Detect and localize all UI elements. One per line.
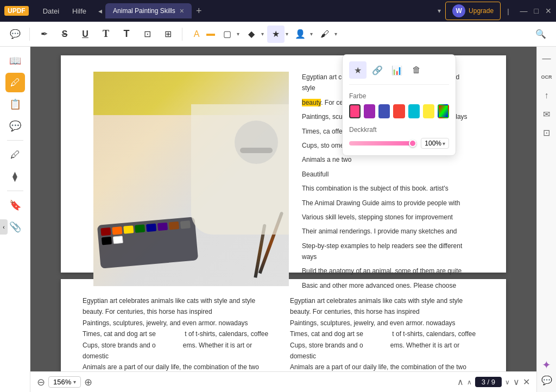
brush-btn[interactable]: 🖌 [316,26,333,43]
textbox-btn[interactable]: ⊡ [138,26,156,43]
zoom-display: 156% ▾ [48,376,81,388]
titlebar-right: ▾ W Upgrade | — □ ✕ [438,2,552,20]
shape-fill-dropdown[interactable]: ▾ [261,31,264,37]
highlight-btn[interactable]: A [188,26,205,43]
minimize-btn[interactable]: — [520,7,528,15]
close-btn[interactable]: ✕ [545,7,552,15]
zoom-dropdown-arrow[interactable]: ▾ [73,379,76,385]
sidebar-reader-icon[interactable]: 📖 [5,51,25,71]
search-btn[interactable]: 🔍 [532,26,549,43]
app-logo: UPDF [4,6,29,16]
sidebar-attachment-icon[interactable]: 📎 [5,217,25,237]
star-btn[interactable]: ★ [267,26,285,43]
deckkraft-label: Deckkraft [349,126,449,134]
nav-next-btn[interactable]: ∨ [505,378,510,386]
shape-btn[interactable]: ▢ [218,26,236,43]
bottom-toolbar: ⊖ 156% ▾ ⊕ ∧ ∧ 3 / 9 ∨ ∨ ✕ [30,371,536,392]
text-line-8: This combination is the subject of this … [302,183,473,194]
comment-btn[interactable]: 💬 [7,26,24,43]
color-yellow[interactable] [423,104,434,118]
color-swatches [349,104,449,118]
sidebar-edit-icon[interactable]: 📋 [5,94,25,114]
sidebar-sep1 [7,140,23,141]
star-group: ★ ▾ [267,26,288,43]
opacity-dropdown-arrow[interactable]: ▾ [443,141,445,147]
shape-fill-btn[interactable]: ◆ [243,26,260,43]
nav-close-btn[interactable]: ✕ [523,377,530,387]
text-alt-btn[interactable]: T [118,26,135,43]
farbe-label: Farbe [349,92,449,100]
brush-dropdown[interactable]: ▾ [334,31,337,37]
sidebar-sep2 [7,191,23,191]
sidebar-layers-icon[interactable]: ⧫ [5,167,25,186]
titlebar: UPDF Datei Hilfe ◂ Animal Painting Skill… [0,0,556,22]
color-purple[interactable] [364,104,375,118]
popup-chart-btn[interactable]: 📊 [388,61,406,79]
nav-prev-btn[interactable]: ∧ [467,378,472,386]
right-ai-icon[interactable]: ✦ [539,357,554,372]
sidebar-left: 📖 🖊 📋 💬 🖊 ⧫ 🔖 📎 ‹ [0,47,30,392]
sidebar-collapse-btn[interactable]: ‹ [0,219,8,235]
color-pink[interactable] [349,104,361,118]
popup-icon-row: ★ 🔗 📊 🗑 [349,61,449,85]
color-red[interactable] [393,104,405,118]
text-line-12: Step-by-step examples to help readers se… [302,241,473,263]
tab-add-btn[interactable]: + [196,5,202,17]
underline-btn[interactable]: U [77,26,94,43]
sidebar-right: — OCR ↑ ✉ ⊡ ✦ 💬 [536,47,556,392]
titlebar-divider: | [507,7,509,15]
person-btn[interactable]: 👤 [292,26,309,43]
page-display: 3 / 9 [475,377,502,387]
strikethrough-btn[interactable]: S [56,26,73,43]
sidebar-highlight-icon[interactable]: 🖊 [5,73,25,92]
sidebar-stamp-icon[interactable]: 🖊 [5,145,25,165]
pen-btn[interactable]: ✒ [35,26,53,43]
main-toolbar: 💬 ✒ S U T T ⊡ ⊞ A ▢ ▾ ◆ ▾ ★ ▾ 👤 ▾ 🖌 ▾ 🔍 [0,22,556,47]
nav-last-btn[interactable]: ∨ [513,377,520,387]
zoom-in-btn[interactable]: ⊕ [84,376,92,388]
tab-left-arrow[interactable]: ◂ [98,7,102,15]
text-line-10: Various skill levels, stepping stones fo… [302,212,473,223]
right-ocr-icon[interactable]: OCR [539,69,554,85]
shape-dropdown[interactable]: ▾ [237,31,239,37]
menu-datei[interactable]: Datei [37,5,65,17]
brush-group: 🖌 ▾ [316,26,337,43]
right-export-icon[interactable]: ↑ [539,88,554,103]
nav-controls: ∧ ∧ 3 / 9 ∨ ∨ ✕ [457,377,530,387]
upgrade-button[interactable]: W Upgrade [445,2,501,20]
tab-close-btn[interactable]: × [180,7,184,15]
text-line-6: Animals a ne two [302,154,473,165]
pdf-viewer[interactable]: Egyptian art celebrates animals like cat… [30,47,536,392]
right-scan-icon[interactable]: ⊡ [539,125,554,140]
opacity-value-display: 100% ▾ [421,138,449,149]
right-scroll-up-icon[interactable]: — [539,51,554,66]
color-cyan[interactable] [408,104,420,118]
color-blue[interactable] [378,104,390,118]
popup-link-btn[interactable]: 🔗 [369,61,386,79]
right-bottom-icons: ✦ 💬 [539,357,554,388]
opacity-slider[interactable] [349,141,416,146]
star-dropdown[interactable]: ▾ [286,31,288,37]
sidebar-bookmark-icon[interactable]: 🔖 [5,195,25,215]
text-btn[interactable]: T [97,26,115,43]
text-line-13: Build the anatomy of an animal. some of … [302,265,473,276]
zoom-level: 156% [53,378,71,386]
maximize-btn[interactable]: □ [534,7,539,15]
sidebar-comment-icon[interactable]: 💬 [5,116,25,136]
menu-hilfe[interactable]: Hilfe [67,5,92,17]
right-mail-icon[interactable]: ✉ [539,106,554,122]
person-dropdown[interactable]: ▾ [310,31,313,37]
popup-star-btn[interactable]: ★ [349,61,367,79]
zoom-out-btn[interactable]: ⊖ [37,376,45,388]
popup-eraser-btn[interactable]: 🗑 [408,61,425,79]
color-rainbow[interactable] [438,104,449,118]
pdf-col-1: Egyptian art celebrates animals like cat… [83,295,277,373]
right-chat-icon[interactable]: 💬 [539,372,554,388]
opacity-thumb[interactable] [409,140,416,147]
tab-animal-painting[interactable]: Animal Painting Skills × [105,3,192,18]
columns-btn[interactable]: ⊞ [159,26,176,43]
opacity-track [349,141,416,146]
shape-group: ▢ ▾ [218,26,239,43]
tab-dropdown-arrow[interactable]: ▾ [438,7,441,15]
nav-first-btn[interactable]: ∧ [457,377,464,387]
